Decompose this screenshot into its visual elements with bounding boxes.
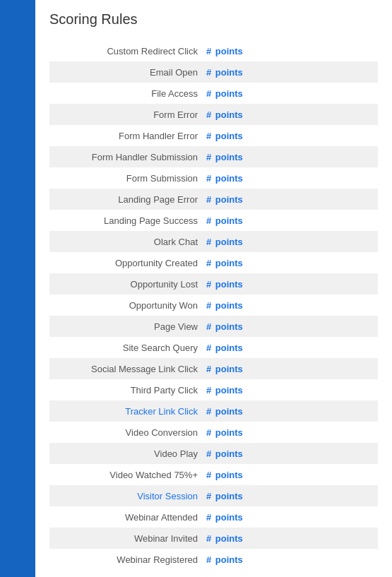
- hash-icon: #: [206, 237, 211, 247]
- hash-icon: #: [206, 194, 211, 205]
- points-label: points: [213, 131, 243, 141]
- points-label: points: [213, 173, 243, 184]
- points-label: points: [213, 194, 243, 205]
- points-label: points: [213, 279, 243, 290]
- row-points[interactable]: # points: [205, 400, 378, 422]
- row-points[interactable]: # points: [205, 316, 378, 337]
- points-label: points: [213, 364, 243, 374]
- table-row: Opportunity Won# points: [49, 295, 378, 316]
- row-points[interactable]: # points: [205, 485, 378, 506]
- row-points[interactable]: # points: [205, 464, 378, 485]
- table-row: Tracker Link Click# points: [49, 400, 378, 422]
- hash-icon: #: [206, 533, 211, 544]
- row-points[interactable]: # points: [205, 231, 378, 252]
- points-label: points: [213, 343, 243, 353]
- points-label: points: [213, 406, 243, 417]
- table-row: Email Open# points: [49, 61, 378, 83]
- row-points[interactable]: # points: [205, 61, 378, 83]
- row-points[interactable]: # points: [205, 273, 378, 295]
- row-points[interactable]: # points: [205, 40, 378, 61]
- points-label: points: [213, 258, 243, 268]
- row-label: Page View: [49, 316, 205, 337]
- table-row: Visitor Session# points: [49, 485, 378, 506]
- row-points[interactable]: # points: [205, 549, 378, 570]
- table-row: Video Conversion# points: [49, 422, 378, 443]
- row-points[interactable]: # points: [205, 422, 378, 443]
- row-label: Webinar Attended: [49, 506, 205, 528]
- table-row: Webinar Attended# points: [49, 506, 378, 528]
- table-row: Landing Page Success# points: [49, 210, 378, 231]
- points-label: points: [213, 448, 243, 459]
- row-label: Video Conversion: [49, 422, 205, 443]
- points-label: points: [213, 46, 243, 56]
- points-label: points: [213, 152, 243, 162]
- row-label: Form Handler Submission: [49, 146, 205, 167]
- points-label: points: [213, 321, 243, 332]
- points-label: points: [213, 300, 243, 311]
- row-label: Third Party Click: [49, 379, 205, 400]
- row-points[interactable]: # points: [205, 210, 378, 231]
- table-row: Video Watched 75%+# points: [49, 464, 378, 485]
- row-points[interactable]: # points: [205, 146, 378, 167]
- row-points[interactable]: # points: [205, 358, 378, 379]
- hash-icon: #: [206, 300, 211, 311]
- row-label: Video Play: [49, 443, 205, 464]
- points-label: points: [213, 470, 243, 480]
- row-label: Form Submission: [49, 167, 205, 189]
- points-label: points: [213, 533, 243, 544]
- row-label: Landing Page Error: [49, 189, 205, 210]
- points-label: points: [213, 88, 243, 99]
- hash-icon: #: [206, 321, 211, 332]
- hash-icon: #: [206, 215, 211, 226]
- row-points[interactable]: # points: [205, 443, 378, 464]
- row-label[interactable]: Tracker Link Click: [49, 400, 205, 422]
- row-label: Opportunity Won: [49, 295, 205, 316]
- hash-icon: #: [206, 554, 211, 565]
- table-row: Custom Redirect Click# points: [49, 40, 378, 61]
- table-row: Third Party Click# points: [49, 379, 378, 400]
- table-row: Form Handler Error# points: [49, 125, 378, 146]
- hash-icon: #: [206, 46, 211, 56]
- row-points[interactable]: # points: [205, 252, 378, 273]
- row-points[interactable]: # points: [205, 125, 378, 146]
- table-row: Form Error# points: [49, 104, 378, 125]
- table-row: Video Play# points: [49, 443, 378, 464]
- row-label: Site Search Query: [49, 337, 205, 358]
- hash-icon: #: [206, 385, 211, 395]
- hash-icon: #: [206, 448, 211, 459]
- row-label: Form Handler Error: [49, 125, 205, 146]
- row-points[interactable]: # points: [205, 189, 378, 210]
- table-row: Form Handler Submission# points: [49, 146, 378, 167]
- table-row: Webinar Registered# points: [49, 549, 378, 570]
- row-points[interactable]: # points: [205, 104, 378, 125]
- row-points[interactable]: # points: [205, 528, 378, 549]
- row-points[interactable]: # points: [205, 337, 378, 358]
- hash-icon: #: [206, 258, 211, 268]
- hash-icon: #: [206, 343, 211, 353]
- row-label: Opportunity Created: [49, 252, 205, 273]
- row-label: Form Error: [49, 104, 205, 125]
- row-label: Social Message Link Click: [49, 358, 205, 379]
- hash-icon: #: [206, 427, 211, 438]
- hash-icon: #: [206, 152, 211, 162]
- row-points[interactable]: # points: [205, 83, 378, 104]
- hash-icon: #: [206, 364, 211, 374]
- table-row: Olark Chat# points: [49, 231, 378, 252]
- hash-icon: #: [206, 512, 211, 523]
- row-points[interactable]: # points: [205, 167, 378, 189]
- hash-icon: #: [206, 173, 211, 184]
- points-label: points: [213, 215, 243, 226]
- main-content: Scoring Rules Custom Redirect Click# poi…: [35, 0, 392, 577]
- points-label: points: [213, 109, 243, 120]
- points-label: points: [213, 512, 243, 523]
- table-row: Opportunity Created# points: [49, 252, 378, 273]
- row-points[interactable]: # points: [205, 506, 378, 528]
- hash-icon: #: [206, 279, 211, 290]
- table-row: Form Submission# points: [49, 167, 378, 189]
- scoring-rules-table: Custom Redirect Click# pointsEmail Open#…: [49, 40, 378, 570]
- table-row: Site Search Query# points: [49, 337, 378, 358]
- table-row: Page View# points: [49, 316, 378, 337]
- row-points[interactable]: # points: [205, 379, 378, 400]
- row-label[interactable]: Visitor Session: [49, 485, 205, 506]
- row-points[interactable]: # points: [205, 295, 378, 316]
